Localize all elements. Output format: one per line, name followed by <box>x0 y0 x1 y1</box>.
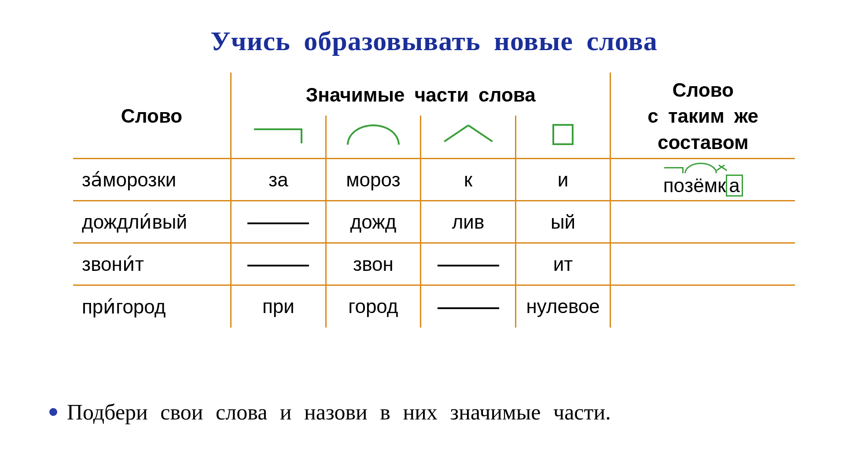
prefix-icon <box>254 128 302 143</box>
bullet-icon <box>49 408 57 416</box>
header-suffix-symbol <box>421 116 516 159</box>
cell-root: мороз <box>326 159 421 201</box>
cell-same: по зём к а <box>611 159 795 201</box>
cell-same <box>611 243 795 285</box>
dash-icon <box>438 307 499 309</box>
annot-ending-text: а <box>729 175 739 196</box>
dash-icon <box>247 265 309 266</box>
annot-suffix-text: к <box>717 175 726 196</box>
cell-root: звон <box>326 243 421 285</box>
cell-ending: ит <box>515 243 611 285</box>
root-icon <box>684 163 717 173</box>
cell-word: дождли́вый <box>73 201 231 243</box>
page-title: Учись образовывать новые слова <box>0 26 868 57</box>
task-line: Подбери свои слова и назови в них значим… <box>49 399 611 425</box>
table-row: за́морозки за мороз к и по зём <box>73 159 795 201</box>
annot-suffix: к <box>717 176 726 195</box>
header-prefix-symbol <box>231 116 326 159</box>
cell-prefix <box>231 201 326 243</box>
cell-ending: ый <box>515 201 611 243</box>
page: Учись образовывать новые слова Слово Зна… <box>0 0 868 452</box>
ending-icon <box>552 124 574 145</box>
cell-suffix <box>421 243 516 285</box>
cell-same <box>611 285 795 328</box>
cell-ending: и <box>515 159 611 201</box>
suffix-icon <box>717 164 726 174</box>
task-text: Подбери свои слова и назови в них значим… <box>67 399 611 425</box>
cell-prefix: при <box>231 285 326 328</box>
dash-icon <box>247 222 309 224</box>
table-row: при́город при город нулевое <box>73 285 795 328</box>
header-root-symbol <box>326 116 421 159</box>
cell-root: дожд <box>326 201 421 243</box>
header-word: Слово <box>73 73 231 159</box>
annotated-word: по зём к а <box>663 163 743 197</box>
cell-prefix: за <box>231 159 326 201</box>
header-parts: Значимые части слова <box>231 73 611 116</box>
annot-root-text: зём <box>684 175 717 196</box>
annot-ending: а <box>726 175 743 197</box>
prefix-icon <box>664 167 684 173</box>
cell-same <box>611 201 795 243</box>
table-row: дождли́вый дожд лив ый <box>73 201 795 243</box>
header-same: Слово с таким же составом <box>611 73 795 159</box>
cell-ending: нулевое <box>515 285 611 328</box>
annot-prefix: по <box>663 176 684 195</box>
header-ending-symbol <box>515 116 611 159</box>
root-icon <box>347 124 400 145</box>
cell-suffix <box>421 285 516 328</box>
cell-word: при́город <box>73 285 231 328</box>
dash-icon <box>438 265 499 266</box>
word-parts-table: Слово Значимые части слова Слово с таким… <box>73 73 795 328</box>
cell-suffix: лив <box>421 201 516 243</box>
annot-prefix-text: по <box>663 175 684 196</box>
cell-word: звони́т <box>73 243 231 285</box>
cell-suffix: к <box>421 159 516 201</box>
cell-word: за́морозки <box>73 159 231 201</box>
ending-icon: а <box>726 175 743 197</box>
cell-root: город <box>326 285 421 328</box>
annot-root: зём <box>684 176 717 195</box>
cell-prefix <box>231 243 326 285</box>
suffix-icon <box>442 124 495 145</box>
table-row: звони́т звон ит <box>73 243 795 285</box>
